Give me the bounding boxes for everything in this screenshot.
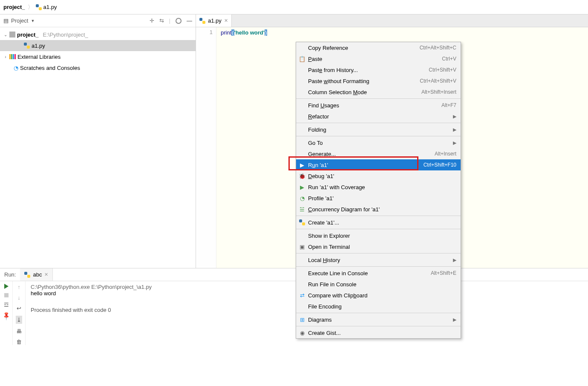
stop-icon[interactable] <box>4 293 9 297</box>
ctx-run[interactable]: ▶Run 'a1'Ctrl+Shift+F10 <box>296 159 461 170</box>
run-left-gutter: ☲ 📌 <box>0 281 13 345</box>
run-icon: ▶ <box>298 162 306 168</box>
up-icon[interactable]: ↑ <box>17 284 20 290</box>
ctx-paste-history[interactable]: Paste from History...Ctrl+Shift+V <box>296 64 461 75</box>
collapse-arrow-icon[interactable]: › <box>3 55 8 59</box>
sidebar-header: ▤ Project ▼ ✛ ⇆ | — <box>0 14 196 27</box>
project-view-label[interactable]: Project <box>11 17 28 24</box>
python-file-icon <box>299 219 305 225</box>
layout-icon[interactable]: ☲ <box>4 302 9 308</box>
ctx-column-selection[interactable]: Column Selection ModeAlt+Shift+Insert <box>296 86 461 98</box>
tab-label: a1.py <box>208 17 222 24</box>
coverage-icon: ▶ <box>298 184 306 190</box>
tree-root-path: E:\Python\project_ <box>43 32 88 38</box>
breadcrumb-project[interactable]: project_ <box>3 4 25 10</box>
python-file-icon <box>36 4 42 10</box>
tree-root-label: project_ <box>17 32 39 38</box>
gear-icon[interactable] <box>176 18 182 24</box>
breadcrumb-sep: 〉 <box>28 3 33 11</box>
ctx-refactor[interactable]: Refactor▶ <box>296 111 461 122</box>
locate-icon[interactable]: ✛ <box>150 17 154 24</box>
divider: | <box>169 17 170 24</box>
ctx-file-encoding[interactable]: File Encoding <box>296 301 461 312</box>
submenu-arrow-icon: ▶ <box>453 317 456 323</box>
python-file-icon <box>24 43 30 49</box>
hide-icon[interactable]: — <box>187 17 192 24</box>
down-icon[interactable]: ↓ <box>17 294 20 301</box>
ctx-diagrams[interactable]: ⊞Diagrams▶ <box>296 314 461 325</box>
breadcrumb-bar: project_ 〉 a1.py <box>0 0 588 14</box>
debug-icon: 🐞 <box>298 173 306 179</box>
ctx-goto[interactable]: Go To▶ <box>296 137 461 148</box>
ctx-concurrency[interactable]: ☱Concurrency Diagram for 'a1' <box>296 204 461 215</box>
ctx-profile[interactable]: ◔Profile 'a1' <box>296 193 461 204</box>
close-tab-icon[interactable]: ✕ <box>224 18 228 23</box>
code-paren-close: ) <box>265 29 267 36</box>
terminal-icon: ▣ <box>298 244 306 250</box>
tree-external-libraries[interactable]: › External Libraries <box>0 51 196 62</box>
pin-icon[interactable]: 📌 <box>1 311 11 320</box>
ctx-compare-clipboard[interactable]: ⇄Compare with Clipboard <box>296 290 461 301</box>
tree-extlib-label: External Libraries <box>17 54 61 60</box>
ctx-show-explorer[interactable]: Show in Explorer <box>296 230 461 241</box>
ctx-paste-without-formatting[interactable]: Paste without FormattingCtrl+Alt+Shift+V <box>296 75 461 86</box>
code-string: 'hello word' <box>234 29 265 36</box>
trash-icon[interactable]: 🗑 <box>16 339 22 345</box>
submenu-arrow-icon: ▶ <box>453 127 456 133</box>
ctx-paste[interactable]: 📋PasteCtrl+V <box>296 53 461 64</box>
run-header: Run: abc ✕ <box>0 268 588 281</box>
profile-icon: ◔ <box>298 195 306 202</box>
github-icon: ◉ <box>298 330 306 336</box>
ctx-debug[interactable]: 🐞Debug 'a1' <box>296 170 461 181</box>
ctx-execute-line[interactable]: Execute Line in ConsoleAlt+Shift+E <box>296 268 461 279</box>
expand-arrow-icon[interactable]: ⌄ <box>3 32 8 37</box>
ctx-folding[interactable]: Folding▶ <box>296 124 461 135</box>
scratches-icon: ◔ <box>14 65 18 71</box>
line-number: 1 <box>196 29 213 35</box>
tree-file-label: a1.py <box>32 43 45 49</box>
libraries-icon <box>9 54 16 59</box>
project-sidebar: ▤ Project ▼ ✛ ⇆ | — ⌄ project_ E:\Python… <box>0 14 196 268</box>
run-label: Run: <box>0 271 20 278</box>
ctx-create-gist[interactable]: ◉Create Gist... <box>296 327 461 338</box>
submenu-arrow-icon: ▶ <box>453 114 456 119</box>
ctx-run-file-console[interactable]: Run File in Console <box>296 279 461 290</box>
code-keyword: print <box>221 29 231 36</box>
print-icon[interactable]: 🖶 <box>16 328 22 334</box>
ctx-create[interactable]: Create 'a1'... <box>296 217 461 228</box>
submenu-arrow-icon: ▶ <box>453 257 456 263</box>
rerun-icon[interactable] <box>4 284 9 289</box>
python-file-icon <box>24 272 30 278</box>
submenu-arrow-icon: ▶ <box>453 140 456 146</box>
ctx-find-usages[interactable]: Find UsagesAlt+F7 <box>296 100 461 111</box>
breadcrumb-file-label: a1.py <box>43 4 57 10</box>
python-file-icon <box>199 18 205 24</box>
editor-tab-bar: a1.py ✕ <box>196 14 588 27</box>
ctx-generate[interactable]: Generate...Alt+Insert <box>296 148 461 159</box>
run-tab-label: abc <box>33 271 42 278</box>
run-second-gutter: ↑ ↓ ↩ ⤓ 🖶 🗑 <box>13 281 26 345</box>
diagram-icon: ⊞ <box>298 317 306 323</box>
run-tab[interactable]: abc ✕ <box>20 268 53 281</box>
ctx-open-terminal[interactable]: ▣Open in Terminal <box>296 241 461 252</box>
soft-wrap-icon[interactable]: ↩ <box>17 305 21 311</box>
compare-icon: ⇄ <box>298 292 306 299</box>
close-run-tab-icon[interactable]: ✕ <box>44 272 48 277</box>
ctx-local-history[interactable]: Local History▶ <box>296 254 461 265</box>
scroll-end-icon[interactable]: ⤓ <box>16 316 22 324</box>
paste-icon: 📋 <box>298 56 306 62</box>
concurrency-icon: ☱ <box>298 206 306 213</box>
editor-tab-a1[interactable]: a1.py ✕ <box>196 14 232 27</box>
tree-scratches-label: Scratches and Consoles <box>20 65 80 71</box>
tree-file-a1[interactable]: a1.py <box>0 40 196 51</box>
project-tree: ⌄ project_ E:\Python\project_ a1.py › Ex… <box>0 27 196 75</box>
folder-icon <box>9 32 15 37</box>
breadcrumb-file[interactable]: a1.py <box>36 4 57 10</box>
ctx-run-coverage[interactable]: ▶Run 'a1' with Coverage <box>296 181 461 193</box>
context-menu: Copy ReferenceCtrl+Alt+Shift+C 📋PasteCtr… <box>296 42 461 339</box>
tree-scratches[interactable]: ◔ Scratches and Consoles <box>0 62 196 73</box>
ctx-copy-reference[interactable]: Copy ReferenceCtrl+Alt+Shift+C <box>296 42 461 53</box>
tree-root[interactable]: ⌄ project_ E:\Python\project_ <box>0 29 196 40</box>
dropdown-icon[interactable]: ▼ <box>31 19 35 23</box>
collapse-icon[interactable]: ⇆ <box>159 17 164 24</box>
